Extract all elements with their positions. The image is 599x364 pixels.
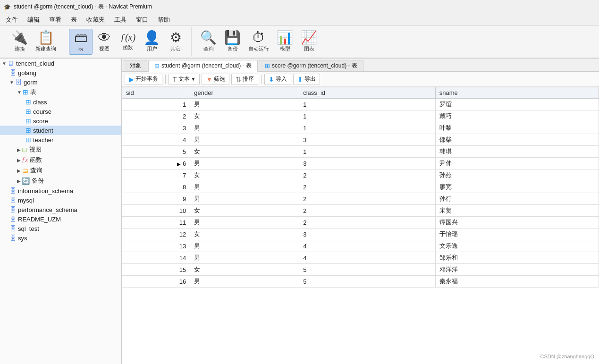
table-icon: ⊞ [25,117,31,125]
import-icon: ⬇ [269,76,274,83]
user-button[interactable]: 👤 用户 [140,29,164,55]
tab-student-table[interactable]: ⊞ student @gorm (tencent_cloud) - 表 [148,60,258,72]
cell-gender: 女 [190,169,299,181]
tab-object-label: 对象 [130,62,141,70]
cell-class_id: 2 [299,193,436,205]
menu-window[interactable]: 窗口 [132,15,152,25]
table-row[interactable]: 11男2谭国兴 [122,217,599,229]
cell-sname: 谭国兴 [435,217,599,229]
sidebar-item-funcs[interactable]: ▶ ƒx 函数 [0,155,121,165]
sidebar-item-label: performance_schema [18,206,77,213]
table-row[interactable]: 4男3邵柴 [122,134,599,146]
table-row[interactable]: ▶6男3尹伸 [122,158,599,169]
sidebar-item-score[interactable]: ⊞ score [0,116,121,126]
table-header-row: sid gender class_id sname [122,87,599,99]
tab-score-table[interactable]: ⊞ score @gorm (tencent_cloud) - 表 [259,60,363,71]
view-button[interactable]: 👁 视图 [93,29,116,55]
table-row[interactable]: 1男1罗谊 [122,99,599,110]
table-row[interactable]: 13男4文乐逸 [122,240,599,252]
sidebar-item-gorm[interactable]: ▼ 🗄 gorm [0,77,121,87]
sidebar-item-tables-folder[interactable]: ▼ ⊞ 表 [0,87,121,97]
menu-favorites[interactable]: 收藏夹 [83,15,109,25]
sidebar-item-class[interactable]: ⊞ class [0,97,121,107]
table-row[interactable]: 12女3于怡瑶 [122,229,599,240]
sidebar-item-student[interactable]: ⊞ student [0,126,121,135]
sort-icon: ⇅ [236,76,241,83]
sidebar-item-teacher[interactable]: ⊞ teacher [0,135,121,144]
filter-button[interactable]: ▼ 筛选 [202,74,229,85]
table-row[interactable]: 15女5邓洋洋 [122,264,599,276]
sort-button[interactable]: ⇅ 排序 [231,74,258,85]
sidebar-item-performance_schema[interactable]: 🗄 performance_schema [0,205,121,214]
sidebar-item-sql_test[interactable]: 🗄 sql_test [0,224,121,233]
cell-sname: 秦永福 [435,276,599,288]
menu-help[interactable]: 帮助 [154,15,174,25]
col-header-sname[interactable]: sname [435,87,599,99]
menu-view[interactable]: 查看 [45,15,65,25]
row-indicator: 3 [122,122,190,134]
menu-tools[interactable]: 工具 [110,15,130,25]
table-row[interactable]: 10女2宋贤 [122,205,599,217]
cell-class_id: 4 [299,252,436,264]
connect-label: 连接 [15,45,25,52]
sidebar-item-golang[interactable]: 🗄 golang [0,68,121,77]
sidebar-item-label: class [33,99,47,106]
menu-file[interactable]: 文件 [2,15,22,25]
autorun-button[interactable]: ⏱ 自动运行 [245,29,273,55]
menu-table[interactable]: 表 [67,15,81,25]
export-button[interactable]: ⬆ 导出 [293,74,320,85]
query-button[interactable]: 🔍 查询 [196,29,220,55]
cell-class_id: 3 [299,229,436,240]
col-header-class_id[interactable]: class_id [299,87,436,99]
chevron-down-icon: ▼ [2,61,7,66]
app-icon: 🎓 [4,4,11,10]
tab-object[interactable]: 对象 [124,60,147,71]
table-row[interactable]: 7女2孙燕 [122,169,599,181]
func-icon: ƒx [22,156,28,164]
sidebar-item-tencent_cloud[interactable]: ▼ 🖥 tencent_cloud [0,59,121,68]
sidebar-item-backup[interactable]: ▶ 🔄 备份 [0,176,121,186]
cell-sid: 10 [179,207,186,214]
cell-class_id: 5 [299,276,436,288]
function-button[interactable]: ƒ(x) 函数 [116,29,140,55]
cell-sname: 叶黎 [435,122,599,134]
text-dropdown-icon[interactable]: ▼ [191,76,196,82]
sidebar-item-course[interactable]: ⊞ course [0,107,121,116]
backup-button[interactable]: 💾 备份 [220,29,245,55]
table-row[interactable]: 8男2廖宽 [122,181,599,193]
cell-sid: 15 [179,266,186,273]
content-area: 对象 ⊞ student @gorm (tencent_cloud) - 表 ⊞… [122,59,599,364]
sidebar-item-label: teacher [33,136,53,144]
cell-class_id: 4 [299,240,436,252]
table-icon: 🗃 [74,31,87,44]
sidebar-item-information_schema[interactable]: 🗄 information_schema [0,186,121,195]
col-header-gender[interactable]: gender [190,87,299,99]
sidebar-item-mysql[interactable]: 🗄 mysql [0,195,121,205]
begin-transaction-button[interactable]: ▶ 开始事务 [125,74,162,85]
sidebar-item-views[interactable]: ▶ ⊟ 视图 [0,144,121,155]
model-button[interactable]: 📊 模型 [273,29,297,55]
sidebar-item-sys[interactable]: 🗄 sys [0,233,121,243]
table-row[interactable]: 5女1韩琪 [122,146,599,158]
table-row[interactable]: 3男1叶黎 [122,122,599,134]
cell-sname: 罗谊 [435,99,599,110]
table-row[interactable]: 16男5秦永福 [122,276,599,288]
menu-edit[interactable]: 编辑 [24,15,43,25]
table-row[interactable]: 2女1戴巧 [122,110,599,122]
sidebar-item-queries[interactable]: ▶ 🗂 查询 [0,165,121,176]
new-query-button[interactable]: 📋 新建查询 [32,29,60,55]
autorun-icon: ⏱ [252,31,265,44]
table-button[interactable]: 🗃 表 [69,29,93,55]
import-button[interactable]: ⬇ 导入 [264,74,291,85]
sidebar-item-README_UZM[interactable]: 🗄 README_UZM [0,214,121,224]
connect-button[interactable]: 🔌 连接 [8,29,32,55]
col-header-sid[interactable]: sid [122,87,190,99]
text-button[interactable]: T 文本 ▼ [169,74,200,85]
cell-gender: 男 [190,158,299,169]
table-row[interactable]: 14男4邹乐和 [122,252,599,264]
other-button[interactable]: ⚙ 其它 [164,29,187,55]
table-icon: ⊞ [25,108,31,115]
table-row[interactable]: 9男2孙行 [122,193,599,205]
chart-button[interactable]: 📈 图表 [297,29,321,55]
table-label: 表 [78,45,84,52]
